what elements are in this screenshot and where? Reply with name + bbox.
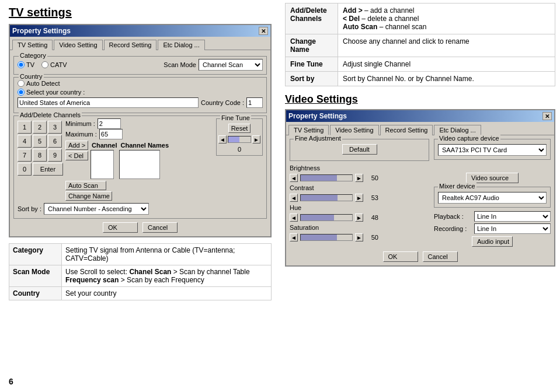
tab-record-setting[interactable]: Record Setting: [104, 40, 157, 50]
brightness-slider[interactable]: [300, 174, 353, 181]
video-capture-select[interactable]: SAA713x PCI TV Card: [438, 144, 547, 156]
recording-select[interactable]: Line In: [474, 223, 551, 234]
maximum-input[interactable]: [99, 129, 123, 139]
saturation-left-btn[interactable]: ◄: [290, 233, 298, 242]
tv-settings-dialog: Property Settings ✕ TV Setting Video Set…: [9, 24, 272, 237]
channel-list-box[interactable]: [91, 150, 114, 179]
fine-tune-label: Fine Tune: [220, 114, 251, 121]
slider-right-btn[interactable]: ►: [252, 135, 260, 144]
num-2-btn[interactable]: 2: [33, 121, 47, 134]
sort-select[interactable]: Channel Number - Ascending: [44, 203, 149, 215]
mixer-device-select[interactable]: Realtek AC97 Audio: [438, 192, 547, 204]
enter-btn[interactable]: Enter: [33, 163, 63, 176]
cancel-button[interactable]: Cancel: [142, 222, 178, 233]
slider-left-btn[interactable]: ◄: [218, 135, 227, 144]
video-dialog-titlebar: Property Settings ✕: [286, 110, 554, 122]
num-1-btn[interactable]: 1: [18, 121, 32, 134]
add-del-col: Add > < Del Channel: [65, 141, 213, 179]
video-ok-button[interactable]: OK: [383, 251, 418, 262]
contrast-left-btn[interactable]: ◄: [290, 194, 298, 202]
table-row: Sort by Sort by Channel No. or by Channe…: [286, 72, 555, 86]
maximum-label: Maximum :: [65, 131, 97, 138]
contrast-right-btn[interactable]: ►: [355, 194, 363, 202]
ok-cancel-row: OK Cancel: [13, 222, 267, 233]
page-title: TV settings: [0, 0, 280, 24]
tab-tv-setting[interactable]: TV Setting: [12, 40, 53, 50]
num-5-btn[interactable]: 5: [33, 135, 47, 148]
reset-button[interactable]: Reset: [228, 124, 251, 133]
fine-tune-label-cell: Fine Tune: [286, 57, 338, 72]
video-tab-record[interactable]: Record Setting: [380, 125, 433, 135]
default-button[interactable]: Default: [342, 144, 377, 155]
video-source-button[interactable]: Video source: [466, 173, 519, 183]
channel-mid: Minimum : Maximum :: [65, 118, 213, 201]
del-button[interactable]: < Del: [65, 151, 88, 160]
hue-slider[interactable]: [300, 214, 353, 221]
video-cancel-button[interactable]: Cancel: [423, 251, 458, 262]
dialog-close-button[interactable]: ✕: [259, 27, 268, 35]
num-4-btn[interactable]: 4: [18, 135, 32, 148]
fine-value: 0: [238, 146, 241, 153]
table-row: Change Name Choose any channel and click…: [286, 34, 555, 57]
saturation-slider[interactable]: [300, 234, 353, 241]
select-country-radio[interactable]: Select your country :: [18, 89, 263, 96]
country-code-value[interactable]: [246, 97, 263, 108]
video-right-panel: Video capture device SAA713x PCI TV Card…: [434, 139, 551, 249]
category-cell-label: Category: [9, 244, 62, 265]
video-dialog-close-button[interactable]: ✕: [542, 112, 552, 120]
ok-button[interactable]: OK: [103, 222, 138, 233]
brightness-right-btn[interactable]: ►: [355, 174, 363, 182]
add-button[interactable]: Add >: [65, 141, 88, 150]
fine-tune-area: Fine Tune Reset ◄ ► 0: [216, 118, 263, 201]
change-name-button[interactable]: Change Name: [65, 191, 112, 201]
num-3-btn[interactable]: 3: [48, 121, 62, 134]
channel-col-area: Channel: [91, 141, 118, 179]
hue-left-btn[interactable]: ◄: [290, 214, 298, 222]
contrast-slider[interactable]: [300, 194, 353, 201]
table-row: Scan Mode Use Scroll to select: Chanel S…: [9, 265, 272, 287]
minimum-input[interactable]: [98, 118, 121, 129]
tv-radio-input[interactable]: [18, 61, 25, 68]
num-0-btn[interactable]: 0: [18, 163, 32, 176]
tv-radio[interactable]: TV: [18, 61, 34, 68]
catv-radio-input[interactable]: [41, 61, 48, 68]
audio-input-button[interactable]: Audio input: [472, 236, 513, 247]
video-tab-etc[interactable]: Etc Dialog ...: [434, 125, 481, 135]
video-ok-cancel: OK Cancel: [290, 251, 551, 262]
auto-scan-button[interactable]: Auto Scan: [65, 181, 106, 190]
table-row: Fine Tune Adjust single Channel: [286, 57, 555, 72]
video-dialog-tabs: TV Setting Video Setting Record Setting …: [286, 122, 554, 135]
country-name-field[interactable]: [18, 97, 199, 108]
channel-names-list-box[interactable]: [119, 150, 160, 179]
brightness-left-btn[interactable]: ◄: [290, 174, 298, 182]
tv-label: TV: [26, 61, 34, 68]
playback-select[interactable]: Line In: [474, 211, 551, 222]
page-number: 6: [9, 377, 13, 386]
brightness-row: Brightness: [290, 164, 429, 172]
tab-video-setting[interactable]: Video Setting: [54, 40, 102, 50]
auto-detect-input[interactable]: [18, 80, 25, 87]
channel-names-col-area: Channel Names: [119, 141, 170, 179]
dialog-title: Property Settings: [12, 27, 71, 35]
num-6-btn[interactable]: 6: [48, 135, 62, 148]
channel-controls: 1 2 3 4 5 6 7 8 9 0: [18, 118, 213, 201]
hue-right-btn[interactable]: ►: [355, 214, 363, 222]
select-country-input[interactable]: [18, 89, 25, 96]
scan-mode-select[interactable]: Channel Scan: [199, 59, 263, 71]
saturation-right-btn[interactable]: ►: [355, 233, 363, 242]
num-9-btn[interactable]: 9: [48, 149, 62, 162]
fine-slider-row: ◄ ►: [218, 135, 260, 144]
catv-label: CATV: [50, 61, 67, 68]
auto-detect-radio[interactable]: Auto Detect: [18, 80, 263, 87]
fine-slider[interactable]: [228, 136, 251, 143]
numpad-area: 1 2 3 4 5 6 7 8 9 0: [18, 118, 62, 201]
mixer-device-label: Mixer device: [438, 183, 476, 190]
video-settings-dialog: Property Settings ✕ TV Setting Video Set…: [285, 109, 555, 267]
catv-radio[interactable]: CATV: [41, 61, 67, 68]
video-tab-video[interactable]: Video Setting: [330, 125, 378, 135]
num-7-btn[interactable]: 7: [18, 149, 32, 162]
category-group: Category TV CATV Scan Mode: [13, 56, 267, 75]
tab-etc-dialog[interactable]: Etc Dialog ...: [158, 40, 204, 50]
num-8-btn[interactable]: 8: [33, 149, 47, 162]
video-tab-tv[interactable]: TV Setting: [288, 125, 329, 135]
